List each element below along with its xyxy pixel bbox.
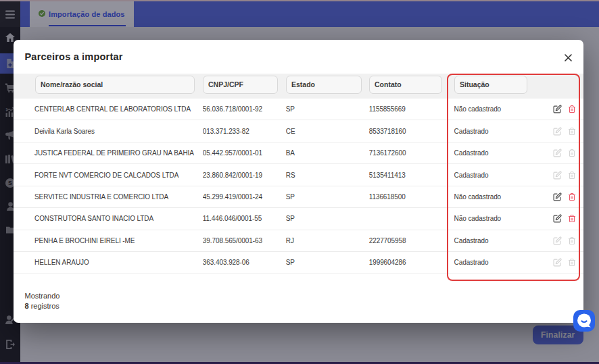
cell-situacao: Cadastrado [454,128,553,135]
column-header-estado[interactable]: Estado [286,76,362,95]
edit-icon [553,236,562,245]
edit-icon [553,105,562,113]
trash-icon [568,105,576,113]
cell-cnpj: 56.036.718/0001-92 [203,105,286,113]
edit-row-button[interactable] [553,192,562,201]
cell-nome: FORTE NVT COMERCIO DE CALCADOS LTDA [14,172,203,179]
cell-situacao: Cadastrado [454,149,553,157]
trash-icon [568,258,576,267]
edit-row-button[interactable] [553,149,562,157]
table-row: CENTERLAB CENTRAL DE LABORATORIOS LTDA 5… [14,99,584,120]
edit-icon [553,192,562,201]
cell-nome: JUSTICA FEDERAL DE PRIMEIRO GRAU NA BAHI… [14,149,203,157]
trash-icon [568,127,576,136]
cell-estado: SP [286,193,369,201]
edit-icon [553,149,562,157]
cell-cnpj: 013.371.233-82 [203,128,286,135]
cell-cnpj: 23.860.842/0001-19 [203,172,286,179]
delete-row-button[interactable] [568,127,576,136]
edit-row-button[interactable] [553,105,562,113]
edit-row-button[interactable] [553,258,562,267]
records-count-number: 8 [25,302,29,310]
trash-icon [568,149,576,157]
table-header-row: Nome/razão social CNPJ/CPF Estado Contat… [14,74,584,99]
trash-icon [568,214,576,223]
partners-table: Nome/razão social CNPJ/CPF Estado Contat… [14,74,584,274]
cell-contato: 2227705958 [369,237,454,244]
trash-icon [568,171,576,180]
delete-row-button[interactable] [568,149,576,157]
edit-icon [553,171,562,180]
cell-contato: 7136172600 [369,149,454,157]
edit-row-button[interactable] [553,236,562,245]
records-count: Mostrando 8 registros [25,291,60,311]
cell-cnpj: 45.299.419/0001-24 [203,193,286,201]
delete-row-button[interactable] [568,214,576,223]
cell-estado: SP [286,215,369,222]
table-row: SERVITEC INDUSTRIA E COMERCIO LTDA 45.29… [14,186,584,208]
cell-situacao: Cadastrado [454,172,553,179]
cell-cnpj: 05.442.957/0001-01 [203,149,286,157]
cell-estado: BA [286,149,369,157]
edit-row-button[interactable] [553,214,562,223]
cell-contato: 8533718160 [369,128,454,135]
records-label: registros [31,302,59,310]
delete-row-button[interactable] [568,171,576,180]
delete-row-button[interactable] [568,258,576,267]
column-header-nome[interactable]: Nome/razão social [35,76,195,95]
cell-nome: PENHA E BROCHINI EIRELI -ME [14,237,203,244]
cell-estado: SP [286,259,369,266]
edit-icon [553,214,562,223]
cell-cnpj: 363.403.928-06 [203,259,286,266]
cell-contato: 1136618500 [369,193,454,201]
table-row: FORTE NVT COMERCIO DE CALCADOS LTDA 23.8… [14,164,584,186]
cell-cnpj: 39.708.565/0001-63 [203,237,286,244]
close-button[interactable] [560,49,577,66]
close-icon [565,54,572,61]
delete-row-button[interactable] [568,105,576,113]
chat-launcher-button[interactable] [573,310,595,332]
cell-situacao: Não cadastrado [454,105,553,113]
cell-nome: HELLEN ARAUJO [14,259,203,266]
cell-situacao: Cadastrado [454,259,553,266]
edit-row-button[interactable] [553,171,562,180]
cell-situacao: Não cadastrado [454,215,553,222]
delete-row-button[interactable] [568,236,576,245]
showing-label: Mostrando [25,292,60,300]
column-header-contato[interactable]: Contato [369,76,442,95]
table-row: JUSTICA FEDERAL DE PRIMEIRO GRAU NA BAHI… [14,142,584,164]
cell-situacao: Não cadastrado [454,193,553,201]
trash-icon [568,192,576,201]
cell-nome: CENTERLAB CENTRAL DE LABORATORIOS LTDA [14,105,203,113]
cell-contato: 5135411413 [369,172,454,179]
modal-title: Parceiros a importar [25,51,123,62]
cell-nome: Deivila Karla Soares [14,128,203,135]
delete-row-button[interactable] [568,192,576,201]
column-header-situacao[interactable]: Situação [454,76,527,95]
cell-contato: 1155855669 [369,105,454,113]
cell-estado: CE [286,128,369,135]
table-row: HELLEN ARAUJO 363.403.928-06 SP 19996042… [14,252,584,274]
cell-contato: 1999604286 [369,259,454,266]
cell-situacao: Cadastrado [454,237,553,244]
column-header-cnpj[interactable]: CNPJ/CPF [203,76,278,95]
trash-icon [568,236,576,245]
edit-icon [553,258,562,267]
edit-row-button[interactable] [553,127,562,136]
cell-cnpj: 11.446.046/0001-55 [203,215,286,222]
cell-nome: CONSTRUTORA SANTO INACIO LTDA [14,215,203,222]
chat-bubble-icon [576,313,592,329]
table-row: Deivila Karla Soares 013.371.233-82 CE 8… [14,120,584,142]
cell-nome: SERVITEC INDUSTRIA E COMERCIO LTDA [14,193,203,201]
cell-estado: RS [286,172,369,179]
edit-icon [553,127,562,136]
partners-import-modal: Parceiros a importar Nome/razão social C… [14,40,584,323]
cell-estado: RJ [286,237,369,244]
table-row: PENHA E BROCHINI EIRELI -ME 39.708.565/0… [14,230,584,252]
table-row: CONSTRUTORA SANTO INACIO LTDA 11.446.046… [14,208,584,230]
cell-estado: SP [286,105,369,113]
